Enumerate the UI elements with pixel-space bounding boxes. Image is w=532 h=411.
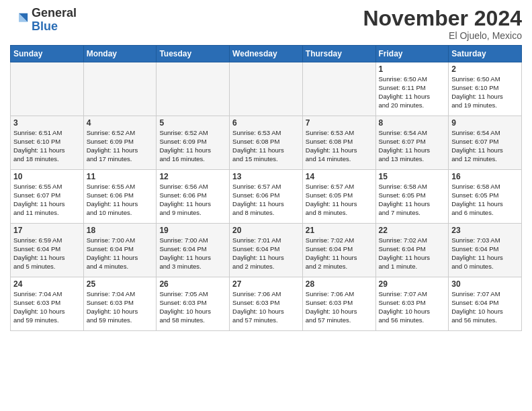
day-info: Sunrise: 6:53 AM Sunset: 6:08 PM Dayligh…: [306, 129, 373, 163]
calendar-cell: 18Sunrise: 7:00 AM Sunset: 6:04 PM Dayli…: [83, 224, 157, 277]
calendar-header-saturday: Saturday: [449, 46, 522, 62]
calendar-cell: [230, 62, 303, 116]
day-info: Sunrise: 6:59 AM Sunset: 6:04 PM Dayligh…: [13, 236, 81, 271]
logo: General Blue: [10, 7, 77, 34]
calendar-cell: 22Sunrise: 7:02 AM Sunset: 6:04 PM Dayli…: [375, 224, 449, 277]
day-number: 12: [159, 172, 226, 181]
calendar-header-sunday: Sunday: [11, 46, 84, 62]
day-number: 13: [232, 172, 300, 181]
calendar-cell: 2Sunrise: 6:50 AM Sunset: 6:10 PM Daylig…: [449, 62, 522, 116]
logo-blue-text: Blue: [32, 20, 77, 34]
day-number: 4: [87, 118, 154, 128]
day-info: Sunrise: 6:57 AM Sunset: 6:05 PM Dayligh…: [306, 183, 373, 217]
calendar-cell: 8Sunrise: 6:54 AM Sunset: 6:07 PM Daylig…: [375, 116, 449, 170]
calendar-cell: 28Sunrise: 7:06 AM Sunset: 6:03 PM Dayli…: [302, 277, 375, 331]
calendar-cell: 15Sunrise: 6:58 AM Sunset: 6:05 PM Dayli…: [375, 170, 449, 224]
day-info: Sunrise: 7:00 AM Sunset: 6:04 PM Dayligh…: [159, 236, 226, 271]
calendar-cell: 14Sunrise: 6:57 AM Sunset: 6:05 PM Dayli…: [302, 170, 375, 224]
day-number: 21: [306, 226, 373, 235]
day-info: Sunrise: 7:02 AM Sunset: 6:04 PM Dayligh…: [379, 236, 446, 271]
title-block: November 2024 El Ojuelo, Mexico: [363, 7, 522, 41]
calendar-cell: 16Sunrise: 6:58 AM Sunset: 6:05 PM Dayli…: [449, 170, 522, 224]
day-number: 19: [159, 226, 226, 235]
day-number: 11: [87, 172, 154, 181]
day-number: 3: [13, 118, 81, 128]
day-info: Sunrise: 7:03 AM Sunset: 6:04 PM Dayligh…: [451, 236, 519, 271]
day-info: Sunrise: 6:50 AM Sunset: 6:11 PM Dayligh…: [379, 75, 446, 109]
calendar-cell: 1Sunrise: 6:50 AM Sunset: 6:11 PM Daylig…: [375, 62, 449, 116]
calendar-cell: 5Sunrise: 6:52 AM Sunset: 6:09 PM Daylig…: [157, 116, 230, 170]
day-number: 1: [379, 64, 446, 74]
calendar-cell: 12Sunrise: 6:56 AM Sunset: 6:06 PM Dayli…: [157, 170, 230, 224]
logo-general-text: General: [32, 7, 77, 20]
day-info: Sunrise: 6:54 AM Sunset: 6:07 PM Dayligh…: [451, 129, 519, 163]
calendar-cell: 27Sunrise: 7:06 AM Sunset: 6:03 PM Dayli…: [230, 277, 303, 331]
day-info: Sunrise: 6:55 AM Sunset: 6:07 PM Dayligh…: [13, 183, 81, 217]
calendar-cell: 3Sunrise: 6:51 AM Sunset: 6:10 PM Daylig…: [11, 116, 84, 170]
calendar-cell: 25Sunrise: 7:04 AM Sunset: 6:03 PM Dayli…: [83, 277, 157, 331]
day-number: 6: [232, 118, 300, 128]
calendar-header-thursday: Thursday: [302, 46, 375, 62]
day-info: Sunrise: 7:07 AM Sunset: 6:04 PM Dayligh…: [451, 290, 519, 324]
day-number: 18: [87, 226, 154, 235]
day-number: 15: [379, 172, 446, 181]
day-info: Sunrise: 6:57 AM Sunset: 6:06 PM Dayligh…: [232, 183, 300, 217]
day-number: 30: [451, 279, 519, 289]
day-number: 23: [451, 226, 519, 235]
calendar-header-wednesday: Wednesday: [230, 46, 303, 62]
calendar-header-monday: Monday: [83, 46, 157, 62]
calendar-cell: 10Sunrise: 6:55 AM Sunset: 6:07 PM Dayli…: [11, 170, 84, 224]
calendar-week-row: 17Sunrise: 6:59 AM Sunset: 6:04 PM Dayli…: [11, 224, 522, 277]
calendar-cell: [302, 62, 375, 116]
day-info: Sunrise: 7:01 AM Sunset: 6:04 PM Dayligh…: [232, 236, 300, 271]
day-info: Sunrise: 7:00 AM Sunset: 6:04 PM Dayligh…: [87, 236, 154, 271]
calendar-cell: 17Sunrise: 6:59 AM Sunset: 6:04 PM Dayli…: [11, 224, 84, 277]
day-info: Sunrise: 6:54 AM Sunset: 6:07 PM Dayligh…: [379, 129, 446, 163]
day-info: Sunrise: 7:04 AM Sunset: 6:03 PM Dayligh…: [87, 290, 154, 324]
day-info: Sunrise: 6:58 AM Sunset: 6:05 PM Dayligh…: [379, 183, 446, 217]
calendar-cell: 21Sunrise: 7:02 AM Sunset: 6:04 PM Dayli…: [302, 224, 375, 277]
day-info: Sunrise: 6:52 AM Sunset: 6:09 PM Dayligh…: [159, 129, 226, 163]
location: El Ojuelo, Mexico: [363, 30, 522, 41]
page: General Blue November 2024 El Ojuelo, Me…: [0, 0, 532, 411]
calendar-header-tuesday: Tuesday: [157, 46, 230, 62]
day-number: 2: [451, 64, 519, 74]
calendar-week-row: 3Sunrise: 6:51 AM Sunset: 6:10 PM Daylig…: [11, 116, 522, 170]
calendar-cell: 9Sunrise: 6:54 AM Sunset: 6:07 PM Daylig…: [449, 116, 522, 170]
logo-text: General Blue: [32, 7, 77, 34]
calendar-cell: [11, 62, 84, 116]
header: General Blue November 2024 El Ojuelo, Me…: [10, 7, 522, 41]
calendar-cell: 6Sunrise: 6:53 AM Sunset: 6:08 PM Daylig…: [230, 116, 303, 170]
calendar-cell: 20Sunrise: 7:01 AM Sunset: 6:04 PM Dayli…: [230, 224, 303, 277]
day-info: Sunrise: 6:52 AM Sunset: 6:09 PM Dayligh…: [87, 129, 154, 163]
calendar-week-row: 24Sunrise: 7:04 AM Sunset: 6:03 PM Dayli…: [11, 277, 522, 331]
day-info: Sunrise: 6:56 AM Sunset: 6:06 PM Dayligh…: [159, 183, 226, 217]
day-number: 9: [451, 118, 519, 128]
calendar-cell: 7Sunrise: 6:53 AM Sunset: 6:08 PM Daylig…: [302, 116, 375, 170]
month-title: November 2024: [363, 7, 522, 30]
day-info: Sunrise: 7:06 AM Sunset: 6:03 PM Dayligh…: [232, 290, 300, 324]
calendar-table: SundayMondayTuesdayWednesdayThursdayFrid…: [10, 45, 522, 331]
calendar-cell: 11Sunrise: 6:55 AM Sunset: 6:06 PM Dayli…: [83, 170, 157, 224]
day-number: 26: [159, 279, 226, 289]
calendar-cell: 29Sunrise: 7:07 AM Sunset: 6:03 PM Dayli…: [375, 277, 449, 331]
day-number: 22: [379, 226, 446, 235]
day-info: Sunrise: 7:05 AM Sunset: 6:03 PM Dayligh…: [159, 290, 226, 324]
day-number: 7: [306, 118, 373, 128]
day-number: 27: [232, 279, 300, 289]
day-number: 17: [13, 226, 81, 235]
day-number: 20: [232, 226, 300, 235]
day-info: Sunrise: 6:51 AM Sunset: 6:10 PM Dayligh…: [13, 129, 81, 163]
day-info: Sunrise: 6:55 AM Sunset: 6:06 PM Dayligh…: [87, 183, 154, 217]
calendar-week-row: 1Sunrise: 6:50 AM Sunset: 6:11 PM Daylig…: [11, 62, 522, 116]
day-info: Sunrise: 7:07 AM Sunset: 6:03 PM Dayligh…: [379, 290, 446, 324]
day-number: 10: [13, 172, 81, 181]
calendar-cell: 23Sunrise: 7:03 AM Sunset: 6:04 PM Dayli…: [449, 224, 522, 277]
day-info: Sunrise: 6:53 AM Sunset: 6:08 PM Dayligh…: [232, 129, 300, 163]
day-number: 28: [306, 279, 373, 289]
day-info: Sunrise: 6:50 AM Sunset: 6:10 PM Dayligh…: [451, 75, 519, 109]
calendar-cell: 24Sunrise: 7:04 AM Sunset: 6:03 PM Dayli…: [11, 277, 84, 331]
day-number: 8: [379, 118, 446, 128]
day-number: 14: [306, 172, 373, 181]
day-number: 29: [379, 279, 446, 289]
